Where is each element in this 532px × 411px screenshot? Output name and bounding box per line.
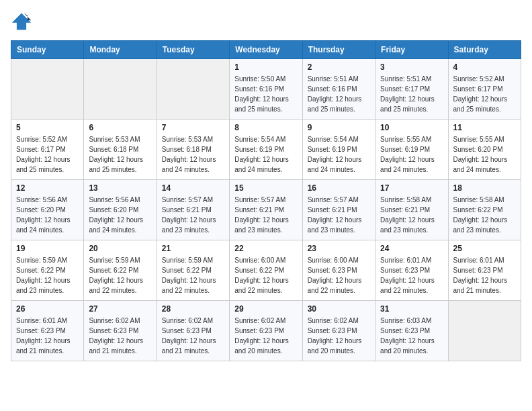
day-number: 12 bbox=[16, 183, 79, 193]
day-number: 16 bbox=[308, 183, 370, 193]
calendar-cell: 8Sunrise: 5:54 AM Sunset: 6:19 PM Daylig… bbox=[230, 120, 302, 180]
day-info: Sunrise: 6:02 AM Sunset: 6:23 PM Dayligh… bbox=[308, 316, 370, 356]
calendar-cell: 11Sunrise: 5:55 AM Sunset: 6:20 PM Dayli… bbox=[448, 120, 521, 180]
day-info: Sunrise: 5:50 AM Sunset: 6:16 PM Dayligh… bbox=[234, 74, 297, 114]
calendar-cell bbox=[157, 59, 229, 120]
calendar-cell bbox=[448, 301, 521, 361]
calendar-cell: 13Sunrise: 5:56 AM Sunset: 6:20 PM Dayli… bbox=[84, 180, 157, 240]
day-info: Sunrise: 5:52 AM Sunset: 6:17 PM Dayligh… bbox=[453, 74, 516, 114]
calendar-cell: 20Sunrise: 5:59 AM Sunset: 6:22 PM Dayli… bbox=[84, 240, 157, 301]
day-info: Sunrise: 6:01 AM Sunset: 6:23 PM Dayligh… bbox=[380, 255, 443, 295]
calendar-cell: 21Sunrise: 5:59 AM Sunset: 6:22 PM Dayli… bbox=[157, 240, 229, 301]
calendar-cell: 24Sunrise: 6:01 AM Sunset: 6:23 PM Dayli… bbox=[375, 240, 448, 301]
day-number: 11 bbox=[453, 123, 516, 132]
day-info: Sunrise: 6:00 AM Sunset: 6:22 PM Dayligh… bbox=[234, 255, 297, 295]
day-number: 22 bbox=[234, 244, 297, 253]
weekday-header: Saturday bbox=[448, 41, 521, 59]
calendar-week-row: 1Sunrise: 5:50 AM Sunset: 6:16 PM Daylig… bbox=[11, 59, 521, 120]
calendar-cell: 7Sunrise: 5:53 AM Sunset: 6:18 PM Daylig… bbox=[157, 120, 229, 180]
calendar-cell: 14Sunrise: 5:57 AM Sunset: 6:21 PM Dayli… bbox=[157, 180, 229, 240]
day-number: 30 bbox=[308, 304, 370, 314]
day-number: 21 bbox=[162, 244, 224, 253]
day-number: 2 bbox=[308, 62, 370, 72]
calendar-cell: 3Sunrise: 5:51 AM Sunset: 6:17 PM Daylig… bbox=[375, 59, 448, 120]
day-number: 23 bbox=[308, 244, 370, 253]
weekday-header: Monday bbox=[84, 41, 157, 59]
logo bbox=[11, 11, 35, 32]
weekday-header: Sunday bbox=[11, 41, 84, 59]
calendar-cell: 17Sunrise: 5:58 AM Sunset: 6:21 PM Dayli… bbox=[375, 180, 448, 240]
day-info: Sunrise: 5:59 AM Sunset: 6:22 PM Dayligh… bbox=[162, 255, 224, 295]
weekday-row: SundayMondayTuesdayWednesdayThursdayFrid… bbox=[11, 41, 521, 59]
calendar-cell: 19Sunrise: 5:59 AM Sunset: 6:22 PM Dayli… bbox=[11, 240, 84, 301]
day-info: Sunrise: 5:56 AM Sunset: 6:20 PM Dayligh… bbox=[16, 195, 79, 235]
calendar-table: SundayMondayTuesdayWednesdayThursdayFrid… bbox=[11, 40, 521, 361]
day-number: 3 bbox=[380, 62, 443, 72]
calendar-cell: 16Sunrise: 5:57 AM Sunset: 6:21 PM Dayli… bbox=[302, 180, 375, 240]
day-number: 29 bbox=[234, 304, 297, 314]
day-info: Sunrise: 5:51 AM Sunset: 6:17 PM Dayligh… bbox=[380, 74, 443, 114]
calendar-cell: 28Sunrise: 6:02 AM Sunset: 6:23 PM Dayli… bbox=[157, 301, 229, 361]
calendar-cell: 2Sunrise: 5:51 AM Sunset: 6:16 PM Daylig… bbox=[302, 59, 375, 120]
day-number: 1 bbox=[234, 62, 297, 72]
day-number: 17 bbox=[380, 183, 443, 193]
day-number: 14 bbox=[162, 183, 224, 193]
day-number: 18 bbox=[453, 183, 516, 193]
day-info: Sunrise: 6:03 AM Sunset: 6:23 PM Dayligh… bbox=[380, 316, 443, 356]
calendar-cell: 31Sunrise: 6:03 AM Sunset: 6:23 PM Dayli… bbox=[375, 301, 448, 361]
svg-marker-0 bbox=[12, 13, 31, 30]
calendar-body: 1Sunrise: 5:50 AM Sunset: 6:16 PM Daylig… bbox=[11, 59, 521, 361]
calendar-cell: 22Sunrise: 6:00 AM Sunset: 6:22 PM Dayli… bbox=[230, 240, 302, 301]
calendar-header: SundayMondayTuesdayWednesdayThursdayFrid… bbox=[11, 41, 521, 59]
day-number: 10 bbox=[380, 123, 443, 132]
day-number: 31 bbox=[380, 304, 443, 314]
day-info: Sunrise: 5:53 AM Sunset: 6:18 PM Dayligh… bbox=[89, 134, 151, 175]
calendar-cell: 5Sunrise: 5:52 AM Sunset: 6:17 PM Daylig… bbox=[11, 120, 84, 180]
day-info: Sunrise: 5:51 AM Sunset: 6:16 PM Dayligh… bbox=[308, 74, 370, 114]
calendar-cell: 23Sunrise: 6:00 AM Sunset: 6:23 PM Dayli… bbox=[302, 240, 375, 301]
day-info: Sunrise: 5:58 AM Sunset: 6:21 PM Dayligh… bbox=[380, 195, 443, 235]
day-info: Sunrise: 5:58 AM Sunset: 6:22 PM Dayligh… bbox=[453, 195, 516, 235]
day-number: 13 bbox=[89, 183, 151, 193]
calendar-cell bbox=[84, 59, 157, 120]
day-number: 4 bbox=[453, 62, 516, 72]
day-info: Sunrise: 5:55 AM Sunset: 6:20 PM Dayligh… bbox=[453, 134, 516, 175]
calendar-cell: 9Sunrise: 5:54 AM Sunset: 6:19 PM Daylig… bbox=[302, 120, 375, 180]
day-info: Sunrise: 5:57 AM Sunset: 6:21 PM Dayligh… bbox=[234, 195, 297, 235]
day-info: Sunrise: 6:02 AM Sunset: 6:23 PM Dayligh… bbox=[162, 316, 224, 356]
day-number: 24 bbox=[380, 244, 443, 253]
day-number: 8 bbox=[234, 123, 297, 132]
calendar-cell: 30Sunrise: 6:02 AM Sunset: 6:23 PM Dayli… bbox=[302, 301, 375, 361]
day-info: Sunrise: 5:53 AM Sunset: 6:18 PM Dayligh… bbox=[162, 134, 224, 175]
day-info: Sunrise: 5:56 AM Sunset: 6:20 PM Dayligh… bbox=[89, 195, 151, 235]
day-number: 27 bbox=[89, 304, 151, 314]
calendar-cell: 10Sunrise: 5:55 AM Sunset: 6:19 PM Dayli… bbox=[375, 120, 448, 180]
day-info: Sunrise: 5:57 AM Sunset: 6:21 PM Dayligh… bbox=[308, 195, 370, 235]
day-number: 15 bbox=[234, 183, 297, 193]
calendar-cell: 25Sunrise: 6:01 AM Sunset: 6:23 PM Dayli… bbox=[448, 240, 521, 301]
calendar-cell bbox=[11, 59, 84, 120]
calendar-week-row: 12Sunrise: 5:56 AM Sunset: 6:20 PM Dayli… bbox=[11, 180, 521, 240]
day-info: Sunrise: 5:54 AM Sunset: 6:19 PM Dayligh… bbox=[234, 134, 297, 175]
day-number: 7 bbox=[162, 123, 224, 132]
calendar-week-row: 5Sunrise: 5:52 AM Sunset: 6:17 PM Daylig… bbox=[11, 120, 521, 180]
day-number: 25 bbox=[453, 244, 516, 253]
weekday-header: Tuesday bbox=[157, 41, 229, 59]
calendar-cell: 15Sunrise: 5:57 AM Sunset: 6:21 PM Dayli… bbox=[230, 180, 302, 240]
day-number: 5 bbox=[16, 123, 79, 132]
day-info: Sunrise: 5:59 AM Sunset: 6:22 PM Dayligh… bbox=[89, 255, 151, 295]
day-info: Sunrise: 6:01 AM Sunset: 6:23 PM Dayligh… bbox=[453, 255, 516, 295]
page-header bbox=[11, 11, 521, 32]
calendar-cell: 27Sunrise: 6:02 AM Sunset: 6:23 PM Dayli… bbox=[84, 301, 157, 361]
day-info: Sunrise: 5:57 AM Sunset: 6:21 PM Dayligh… bbox=[162, 195, 224, 235]
calendar-cell: 12Sunrise: 5:56 AM Sunset: 6:20 PM Dayli… bbox=[11, 180, 84, 240]
day-info: Sunrise: 5:59 AM Sunset: 6:22 PM Dayligh… bbox=[16, 255, 79, 295]
day-number: 9 bbox=[308, 123, 370, 132]
day-info: Sunrise: 6:00 AM Sunset: 6:23 PM Dayligh… bbox=[308, 255, 370, 295]
day-info: Sunrise: 6:02 AM Sunset: 6:23 PM Dayligh… bbox=[234, 316, 297, 356]
day-number: 6 bbox=[89, 123, 151, 132]
day-info: Sunrise: 6:02 AM Sunset: 6:23 PM Dayligh… bbox=[89, 316, 151, 356]
day-number: 20 bbox=[89, 244, 151, 253]
calendar-cell: 29Sunrise: 6:02 AM Sunset: 6:23 PM Dayli… bbox=[230, 301, 302, 361]
calendar-week-row: 26Sunrise: 6:01 AM Sunset: 6:23 PM Dayli… bbox=[11, 301, 521, 361]
